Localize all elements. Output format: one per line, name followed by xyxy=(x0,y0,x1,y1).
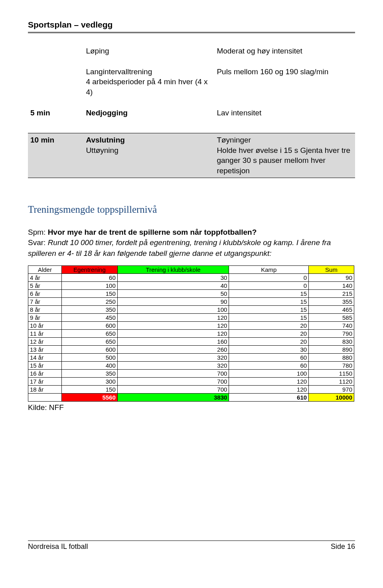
table-row: 5 år100400140 xyxy=(28,281,354,289)
activity-desc: Lav intensitet xyxy=(214,106,355,120)
cell-value: 120 xyxy=(117,313,229,321)
table-row: 13 år60026030890 xyxy=(28,345,354,353)
footer-right: Side 16 xyxy=(331,542,355,551)
cell-value: 650 xyxy=(61,329,117,337)
cell-alder: 8 år xyxy=(28,305,62,313)
cell-value: 100 xyxy=(229,369,309,377)
cell-value: 500 xyxy=(61,353,117,361)
cell-value: 60 xyxy=(229,361,309,369)
table-row: Løping Moderat og høy intensitet xyxy=(28,44,355,58)
table-row xyxy=(28,58,355,65)
cell-value: 970 xyxy=(309,385,354,393)
table-row-highlight: 10 min Avslutning Uttøyning Tøyninger Ho… xyxy=(28,133,355,178)
cell-value: 150 xyxy=(61,289,117,297)
page-footer: Nordreisa IL fotball Side 16 xyxy=(28,540,355,551)
cell-value: 585 xyxy=(309,313,354,321)
cell-value: 400 xyxy=(61,361,117,369)
cell-value: 350 xyxy=(61,369,117,377)
cell-alder: 18 år xyxy=(28,385,62,393)
activity-name: Nedjogging xyxy=(83,106,214,120)
cell-alder: 9 år xyxy=(28,313,62,321)
activity-name: Langintervalltrening xyxy=(86,67,212,77)
footer-left: Nordreisa IL fotball xyxy=(28,542,88,551)
cell-alder: 5 år xyxy=(28,281,62,289)
activity-desc: Moderat og høy intensitet xyxy=(214,44,355,58)
svar-text: Rundt 10 000 timer, fordelt på egentreni… xyxy=(28,238,331,257)
cell-alder: 10 år xyxy=(28,321,62,329)
cell-value: 465 xyxy=(309,305,354,313)
cell-value: 780 xyxy=(309,361,354,369)
cell-value: 740 xyxy=(309,321,354,329)
cell-total: 5560 xyxy=(61,393,117,401)
cell-total: 610 xyxy=(229,393,309,401)
activity-detail: 4 arbeidsperioder på 4 min hver (4 x 4) xyxy=(86,77,212,97)
page-title: Sportsplan – vedlegg xyxy=(28,20,355,30)
cell-value: 355 xyxy=(309,297,354,305)
cell-value: 320 xyxy=(117,353,229,361)
cell-alder xyxy=(28,393,62,401)
cell-value: 0 xyxy=(229,281,309,289)
col-egentrening: Egentrening xyxy=(61,265,117,273)
activity-table: Løping Moderat og høy intensitet Langint… xyxy=(28,44,355,178)
cell-alder: 6 år xyxy=(28,289,62,297)
cell-value: 700 xyxy=(117,377,229,385)
col-sum: Sum xyxy=(309,265,354,273)
cell-total: 3830 xyxy=(117,393,229,401)
cell-value: 650 xyxy=(61,337,117,345)
col-alder: Alder xyxy=(28,265,62,273)
cell-alder: 13 år xyxy=(28,345,62,353)
cell-value: 1150 xyxy=(309,369,354,377)
table-row: 15 år40032060780 xyxy=(28,361,354,369)
cell-alder: 16 år xyxy=(28,369,62,377)
cell-value: 60 xyxy=(229,353,309,361)
col-klubb: Trening i klubb/skole xyxy=(117,265,229,273)
table-row: 11 år65012020790 xyxy=(28,329,354,337)
cell-value: 160 xyxy=(117,337,229,345)
cell-value: 20 xyxy=(229,321,309,329)
table-row: Langintervalltrening 4 arbeidsperioder p… xyxy=(28,65,355,99)
cell-alder: 4 år xyxy=(28,273,62,281)
cell-value: 0 xyxy=(229,273,309,281)
table-row: 16 år3507001001150 xyxy=(28,369,354,377)
activity-name: Løping xyxy=(83,44,214,58)
table-row: 8 år35010015465 xyxy=(28,305,354,313)
table-row: 4 år6030090 xyxy=(28,273,354,281)
cell-alder: 11 år xyxy=(28,329,62,337)
table-row: 14 år50032060880 xyxy=(28,353,354,361)
cell-value: 790 xyxy=(309,329,354,337)
cell-alder: 12 år xyxy=(28,337,62,345)
duration: 5 min xyxy=(28,106,83,120)
table-totals-row: 5560383061010000 xyxy=(28,393,354,401)
cell-value: 120 xyxy=(117,321,229,329)
cell-value: 15 xyxy=(229,305,309,313)
cell-value: 830 xyxy=(309,337,354,345)
cell-value: 880 xyxy=(309,353,354,361)
spm-label: Spm: xyxy=(28,228,45,236)
table-row: 10 år60012020740 xyxy=(28,321,354,329)
cell-value: 40 xyxy=(117,281,229,289)
activity-name: Avslutning xyxy=(86,135,212,145)
cell-value: 50 xyxy=(117,289,229,297)
activity-desc: Puls mellom 160 og 190 slag/min xyxy=(214,65,355,99)
cell-value: 15 xyxy=(229,297,309,305)
cell-value: 1120 xyxy=(309,377,354,385)
cell-value: 700 xyxy=(117,385,229,393)
svar-label: Svar: xyxy=(28,238,45,247)
cell-value: 140 xyxy=(309,281,354,289)
cell-value: 15 xyxy=(229,289,309,297)
cell-value: 100 xyxy=(61,281,117,289)
cell-value: 20 xyxy=(229,329,309,337)
cell-value: 250 xyxy=(61,297,117,305)
cell-alder: 7 år xyxy=(28,297,62,305)
cell-value: 600 xyxy=(61,345,117,353)
cell-value: 700 xyxy=(117,369,229,377)
table-row: 18 år150700120970 xyxy=(28,385,354,393)
header-rule xyxy=(28,32,355,33)
cell-value: 215 xyxy=(309,289,354,297)
cell-value: 320 xyxy=(117,361,229,369)
table-row: 7 år2509015355 xyxy=(28,297,354,305)
cell-value: 90 xyxy=(117,297,229,305)
col-kamp: Kamp xyxy=(229,265,309,273)
activity-desc: Tøyninger Holde hver øvelse i 15 s Gjent… xyxy=(214,133,355,178)
table-row: 12 år65016020830 xyxy=(28,337,354,345)
